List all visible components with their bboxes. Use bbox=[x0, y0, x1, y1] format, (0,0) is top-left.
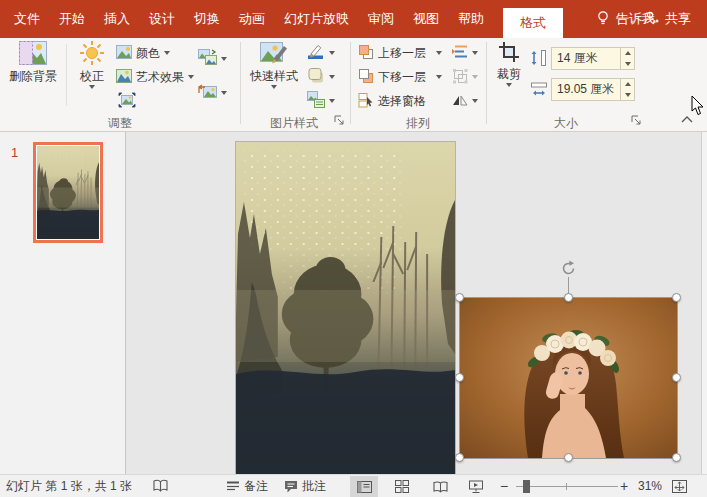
reset-picture-button[interactable] bbox=[198, 83, 227, 103]
color-icon bbox=[116, 45, 132, 62]
dropdown-caret-icon bbox=[329, 99, 335, 103]
vertical-scrollbar[interactable] bbox=[701, 132, 707, 474]
tab-insert[interactable]: 插入 bbox=[104, 10, 130, 28]
shape-height-stepper[interactable] bbox=[620, 48, 634, 69]
crop-button[interactable]: 裁剪 bbox=[490, 41, 528, 87]
shape-width-stepper[interactable] bbox=[620, 79, 634, 100]
tab-slideshow[interactable]: 幻灯片放映 bbox=[284, 10, 349, 28]
dropdown-caret-icon bbox=[89, 85, 95, 89]
rotate-handle[interactable] bbox=[560, 260, 577, 280]
dropdown-caret-icon bbox=[472, 75, 478, 79]
shape-height-value[interactable]: 14 厘米 bbox=[552, 50, 620, 67]
bring-forward-label: 上移一层 bbox=[378, 45, 426, 62]
size-dialog-launcher[interactable] bbox=[630, 114, 643, 127]
resize-handle-e[interactable] bbox=[672, 373, 681, 382]
picture-border-button[interactable] bbox=[307, 43, 335, 63]
reading-view-icon bbox=[433, 481, 448, 493]
reading-view-button[interactable] bbox=[426, 476, 454, 497]
forest-picture[interactable] bbox=[236, 142, 455, 474]
change-picture-button[interactable] bbox=[198, 49, 227, 69]
fit-slide-button[interactable] bbox=[672, 475, 687, 497]
align-button[interactable] bbox=[452, 43, 478, 63]
dropdown-caret-icon bbox=[436, 75, 442, 79]
quick-styles-icon bbox=[260, 41, 288, 68]
rotate-button[interactable] bbox=[452, 91, 478, 111]
tab-file[interactable]: 文件 bbox=[14, 10, 40, 28]
bring-forward-button[interactable]: 上移一层 bbox=[358, 43, 458, 63]
tab-view[interactable]: 视图 bbox=[413, 10, 439, 28]
shape-height-icon bbox=[530, 48, 547, 68]
picture-effects-button[interactable] bbox=[307, 67, 335, 87]
statusbar: 幻灯片 第 1 张，共 1 张 备注 批注 − + 31% bbox=[0, 474, 707, 497]
reset-picture-icon bbox=[198, 83, 217, 103]
crop-icon bbox=[498, 41, 520, 66]
share-button[interactable]: 共享 bbox=[643, 0, 691, 38]
zoom-slider-track[interactable] bbox=[516, 486, 618, 487]
zoom-slider-knob[interactable] bbox=[523, 480, 530, 493]
share-person-icon bbox=[643, 10, 659, 29]
tab-review[interactable]: 审阅 bbox=[368, 10, 394, 28]
shape-width-field[interactable]: 19.05 厘米 bbox=[551, 78, 635, 101]
portrait-picture-selected[interactable] bbox=[460, 298, 677, 458]
selection-pane-label: 选择窗格 bbox=[378, 93, 426, 110]
shape-width-value[interactable]: 19.05 厘米 bbox=[552, 81, 620, 98]
tab-format-active[interactable]: 格式 bbox=[503, 8, 563, 38]
notes-button[interactable]: 备注 bbox=[226, 475, 268, 497]
tab-home[interactable]: 开始 bbox=[59, 10, 85, 28]
remove-background-label: 删除背景 bbox=[9, 70, 57, 83]
color-button[interactable]: 颜色 bbox=[116, 43, 170, 63]
group-label-size: 大小 bbox=[486, 115, 646, 132]
zoom-out-button[interactable]: − bbox=[500, 475, 508, 497]
artistic-effects-icon bbox=[116, 69, 132, 86]
powerpoint-window: 文件 开始 插入 设计 切换 动画 幻灯片放映 审阅 视图 帮助 格式 告诉我 … bbox=[0, 0, 707, 497]
resize-handle-nw[interactable] bbox=[455, 293, 464, 302]
slide-canvas[interactable] bbox=[126, 132, 701, 474]
quick-styles-button[interactable]: 快速样式 bbox=[246, 41, 302, 89]
resize-handle-n[interactable] bbox=[564, 293, 573, 302]
slide-thumbnail-selected[interactable] bbox=[33, 142, 103, 243]
normal-view-button[interactable] bbox=[350, 476, 378, 497]
menu-tabs: 文件 开始 插入 设计 切换 动画 幻灯片放映 审阅 视图 帮助 格式 告诉我 bbox=[0, 0, 655, 38]
slideshow-view-button[interactable] bbox=[462, 476, 490, 497]
group-button[interactable] bbox=[452, 67, 478, 87]
resize-handle-ne[interactable] bbox=[672, 293, 681, 302]
remove-background-button[interactable]: 删除背景 bbox=[4, 41, 62, 83]
dropdown-caret-icon bbox=[271, 85, 277, 89]
send-backward-button[interactable]: 下移一层 bbox=[358, 67, 458, 87]
tab-help[interactable]: 帮助 bbox=[458, 10, 484, 28]
group-separator bbox=[240, 42, 241, 124]
resize-handle-s[interactable] bbox=[564, 453, 573, 462]
resize-handle-sw[interactable] bbox=[455, 453, 464, 462]
group-label-arrange: 排列 bbox=[350, 115, 486, 132]
group-label-picture-styles: 图片样式 bbox=[240, 115, 348, 132]
proofing-icon bbox=[153, 479, 168, 493]
selection-pane-button[interactable]: 选择窗格 bbox=[358, 91, 426, 111]
shape-height-field[interactable]: 14 厘米 bbox=[551, 47, 635, 70]
picture-layout-button[interactable] bbox=[307, 91, 335, 111]
corrections-button[interactable]: 校正 bbox=[70, 41, 114, 89]
selection-pane-icon bbox=[358, 92, 374, 111]
dropdown-caret-icon bbox=[472, 99, 478, 103]
tab-transitions[interactable]: 切换 bbox=[194, 10, 220, 28]
compress-picture-button[interactable] bbox=[118, 91, 136, 111]
tab-animations[interactable]: 动画 bbox=[239, 10, 265, 28]
tab-design[interactable]: 设计 bbox=[149, 10, 175, 28]
share-label: 共享 bbox=[665, 10, 691, 28]
group-separator bbox=[350, 42, 351, 124]
artistic-effects-button[interactable]: 艺术效果 bbox=[116, 67, 194, 87]
resize-handle-se[interactable] bbox=[672, 453, 681, 462]
corrections-label: 校正 bbox=[80, 70, 104, 83]
change-picture-icon bbox=[198, 49, 217, 69]
align-icon bbox=[452, 44, 468, 62]
comments-button[interactable]: 批注 bbox=[284, 475, 326, 497]
proofing-button[interactable] bbox=[153, 475, 168, 497]
group-separator bbox=[486, 42, 487, 124]
slide-sorter-view-button[interactable] bbox=[388, 476, 416, 497]
resize-handle-w[interactable] bbox=[455, 373, 464, 382]
fit-window-icon bbox=[672, 480, 687, 493]
picture-styles-dialog-launcher[interactable] bbox=[333, 114, 346, 127]
zoom-level[interactable]: 31% bbox=[638, 475, 662, 497]
menubar: 文件 开始 插入 设计 切换 动画 幻灯片放映 审阅 视图 帮助 格式 告诉我 … bbox=[0, 0, 707, 38]
zoom-in-button[interactable]: + bbox=[620, 475, 628, 497]
rotate-icon bbox=[452, 92, 468, 110]
